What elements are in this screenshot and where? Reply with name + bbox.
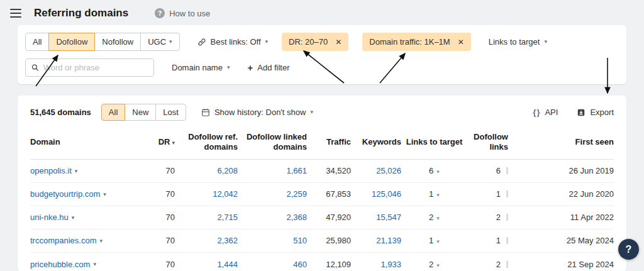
filter-dofollow-button[interactable]: Dofollow (48, 33, 95, 51)
table-header-row: Domain DR▾ Dofollow ref. domains Dofollo… (30, 128, 614, 160)
col-header-first-seen[interactable]: First seen (541, 137, 614, 147)
help-button[interactable]: ? (618, 239, 639, 260)
mini-bar-icon (506, 214, 508, 221)
dr-value: 70 (140, 260, 175, 269)
plus-icon: + (247, 62, 253, 73)
table-row[interactable]: trccompanies.com ▾ 70 2,362 510 25,980 2… (30, 230, 614, 253)
question-icon: ? (155, 8, 165, 18)
how-to-use-link[interactable]: ? How to use (155, 8, 210, 18)
show-history-label: Show history: Don't show (214, 108, 306, 117)
mini-bar-icon (506, 261, 508, 268)
table-row[interactable]: uni-nke.hu ▾ 70 2,715 2,368 47,920 15,54… (30, 206, 614, 230)
chevron-down-icon: ▾ (436, 215, 440, 221)
segment-all-button[interactable]: All (101, 104, 125, 121)
links-to-target-dropdown[interactable]: 2▾ (401, 213, 467, 222)
chevron-down-icon: ▾ (436, 262, 440, 268)
table-row[interactable]: openpolis.it ▾ 70 6,208 1,661 34,520 25,… (30, 160, 614, 183)
dofollow-linked-domains-link[interactable]: 1,661 (286, 166, 307, 175)
chevron-down-icon[interactable]: ▾ (72, 214, 75, 221)
dofollow-ref-domains-link[interactable]: 2,362 (217, 236, 238, 245)
first-seen-value: 21 Sep 2024 (541, 260, 614, 269)
best-links-label: Best links: Off (211, 37, 261, 47)
first-seen-value: 26 Jun 2019 (541, 166, 614, 175)
dofollow-ref-domains-link[interactable]: 6,208 (217, 166, 238, 175)
traffic-value: 67,853 (307, 189, 351, 199)
keywords-link[interactable]: 21,139 (376, 236, 401, 245)
filter-ugc-button[interactable]: UGC ▾ (140, 33, 179, 51)
chevron-down-icon[interactable]: ▾ (99, 238, 103, 244)
chevron-down-icon[interactable]: ▾ (93, 261, 96, 267)
dofollow-ref-domains-link[interactable]: 1,444 (217, 260, 238, 269)
domain-link[interactable]: uni-nke.hu (30, 213, 69, 222)
chevron-down-icon[interactable]: ▾ (103, 191, 106, 197)
hamburger-menu-icon[interactable] (10, 9, 21, 18)
segment-new-button[interactable]: New (125, 104, 156, 121)
segment-lost-button[interactable]: Lost (155, 104, 186, 121)
col-header-keywords[interactable]: Keywords (351, 137, 401, 147)
filter-all-button[interactable]: All (25, 33, 49, 51)
search-input[interactable] (43, 63, 148, 72)
chevron-down-icon: ▾ (265, 39, 269, 45)
col-header-domain[interactable]: Domain (30, 137, 140, 147)
search-box[interactable] (25, 58, 154, 77)
dofollow-linked-domains-link[interactable]: 2,259 (286, 189, 307, 199)
col-header-traffic[interactable]: Traffic (307, 137, 351, 147)
table-body: openpolis.it ▾ 70 6,208 1,661 34,520 25,… (30, 160, 614, 271)
table-row[interactable]: pricehubble.com ▾ 70 1,444 460 12,109 1,… (30, 253, 614, 271)
dr-value: 70 (140, 236, 175, 245)
domain-link[interactable]: openpolis.it (30, 166, 72, 175)
chevron-down-icon[interactable]: ▾ (75, 168, 78, 174)
history-segment-group: All New Lost (101, 104, 186, 121)
links-to-target-dropdown[interactable]: 6▾ (401, 166, 467, 175)
filter-chip-dr[interactable]: DR: 20–70 ✕ (282, 33, 348, 51)
dr-value: 70 (140, 189, 175, 199)
links-to-target-dropdown[interactable]: 1▾ (401, 189, 467, 199)
keywords-link[interactable]: 1,933 (380, 260, 401, 269)
col-header-dr[interactable]: DR▾ (140, 137, 175, 147)
keywords-link[interactable]: 25,026 (376, 166, 401, 175)
domain-link[interactable]: budgetyourtrip.com (30, 189, 100, 199)
dofollow-linked-domains-link[interactable]: 510 (293, 236, 307, 245)
keywords-link[interactable]: 15,547 (376, 213, 401, 222)
domain-link[interactable]: trccompanies.com (30, 236, 96, 245)
col-header-dofollow-links[interactable]: Dofollow links (467, 132, 508, 153)
links-to-target-dropdown[interactable]: 1▾ (401, 236, 467, 245)
col-header-links-to-target[interactable]: Links to target (401, 137, 467, 147)
best-links-dropdown[interactable]: Best links: Off ▾ (197, 37, 269, 47)
first-seen-value: 22 Jun 2020 (541, 189, 614, 199)
chevron-down-icon: ▾ (227, 65, 230, 70)
close-icon[interactable]: ✕ (335, 38, 341, 47)
links-to-target-dropdown[interactable]: 2▾ (401, 260, 467, 269)
api-button[interactable]: {} API (533, 108, 558, 117)
table-row[interactable]: budgetyourtrip.com ▾ 70 12,042 2,259 67,… (30, 183, 614, 206)
braces-icon: {} (533, 108, 540, 117)
dofollow-links-value: 2 (496, 260, 501, 269)
how-to-use-label: How to use (169, 9, 210, 18)
keywords-link[interactable]: 125,046 (372, 189, 401, 199)
dofollow-linked-domains-link[interactable]: 460 (293, 260, 307, 269)
export-button[interactable]: Export (577, 108, 614, 117)
dofollow-links-cell: 2 (467, 260, 508, 269)
add-filter-button[interactable]: + Add filter (247, 62, 289, 73)
page-title: Referring domains (34, 7, 128, 19)
col-header-dofollow-linked-domains[interactable]: Dofollow linked domains (238, 132, 307, 153)
links-to-target-label: Links to target (489, 37, 540, 47)
dr-value: 70 (140, 166, 175, 175)
filter-nofollow-button[interactable]: Nofollow (94, 33, 141, 51)
dofollow-linked-domains-link[interactable]: 2,368 (286, 213, 307, 222)
dofollow-links-value: 6 (496, 166, 501, 175)
filter-chip-domain-traffic[interactable]: Domain traffic: 1K–1M ✕ (362, 33, 470, 51)
show-history-dropdown[interactable]: Show history: Don't show ▾ (201, 108, 313, 117)
dofollow-ref-domains-link[interactable]: 2,715 (217, 213, 238, 222)
domain-link[interactable]: pricehubble.com (30, 260, 90, 269)
link-icon (197, 38, 206, 47)
link-type-filter-group: All Dofollow Nofollow UGC ▾ (25, 33, 180, 51)
close-icon[interactable]: ✕ (458, 38, 464, 47)
links-to-target-dropdown[interactable]: Links to target ▾ (489, 37, 547, 47)
dofollow-ref-domains-link[interactable]: 12,042 (213, 189, 238, 199)
chevron-down-icon: ▾ (436, 238, 440, 245)
search-field-selector[interactable]: Domain name ▾ (172, 63, 230, 72)
col-header-dofollow-ref-domains[interactable]: Dofollow ref. domains (175, 132, 238, 153)
chevron-down-icon: ▾ (169, 39, 172, 45)
ugc-label: UGC (148, 37, 166, 47)
